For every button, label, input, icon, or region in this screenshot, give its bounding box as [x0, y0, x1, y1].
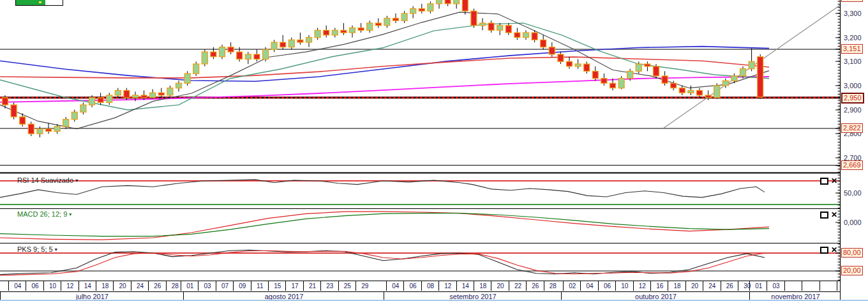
axis-tick-label: 3,000	[844, 82, 862, 89]
macd-indicator-label[interactable]: MACD 26; 12; 9 ▾	[17, 210, 71, 219]
candle-body	[176, 83, 182, 88]
candle-body	[71, 112, 77, 119]
candle-body	[184, 73, 190, 83]
panel-close-button[interactable]: ✕	[831, 247, 837, 253]
x-axis-day-cell: 29	[355, 281, 373, 291]
panel-close-button[interactable]: ✕	[831, 178, 837, 184]
price-level-label: 3,367	[841, 0, 863, 2]
x-axis-day-cell: 04	[580, 281, 598, 291]
panel-restore-button[interactable]	[820, 178, 828, 185]
rsi-panel-buttons: ✕	[820, 177, 837, 185]
candle-body	[505, 26, 511, 33]
price-level-label: 20,00	[841, 266, 863, 275]
candle-body	[54, 127, 60, 132]
x-axis-day-cell: 10	[615, 281, 633, 291]
candle-body	[627, 71, 633, 78]
dropdown-caret-icon[interactable]: ▾	[75, 178, 78, 183]
pks-d-line	[0, 251, 765, 275]
x-axis-day-cell: 14	[79, 281, 96, 291]
macd-line	[0, 212, 769, 240]
candle-body	[662, 76, 668, 83]
axis-tick-label: 3,100	[844, 58, 862, 65]
candle-body	[497, 26, 503, 31]
candle-body	[46, 129, 52, 132]
candle-body	[636, 64, 641, 71]
x-axis-day-cell: 11	[251, 281, 269, 291]
candle-body	[549, 47, 555, 54]
x-axis-day-cell: 10	[43, 281, 61, 291]
macd-title-text: MACD 26; 12; 9	[17, 210, 67, 218]
x-axis-day-cell: 18	[668, 281, 685, 291]
candle-body	[167, 88, 173, 95]
candle-body	[401, 13, 407, 20]
price-level-label: 3,151	[841, 44, 863, 54]
candle-body	[749, 61, 754, 68]
candle-body	[679, 88, 685, 93]
candle-body	[532, 33, 537, 40]
candle-body	[37, 129, 43, 134]
x-axis-day-cell: 26	[526, 281, 544, 291]
x-axis-day-cell: 07	[216, 281, 234, 291]
x-axis-day-cell: 03	[767, 281, 784, 291]
axis-tick-label: 2,900	[844, 106, 862, 114]
chart-canvas	[0, 0, 868, 301]
candle-body	[11, 105, 17, 117]
candle-body	[211, 52, 216, 57]
panel-restore-button[interactable]	[820, 212, 828, 219]
x-axis-day-cell: 18	[474, 281, 491, 291]
cut-off-toolbar-chip[interactable]	[15, 0, 63, 6]
candle-body	[445, 0, 451, 4]
candle-body	[193, 64, 199, 73]
x-axis-day-cell: 26	[721, 281, 738, 291]
candle-body	[567, 61, 572, 66]
candle-body	[150, 93, 156, 98]
candle-body	[758, 57, 763, 97]
x-axis-day-cell: 09	[233, 281, 251, 291]
price-level-label: 2,669	[841, 160, 863, 170]
x-axis-day-cell: 02	[563, 281, 581, 291]
candle-body	[315, 30, 320, 37]
pks-title-text: PKS 9; 5; 5	[17, 245, 53, 253]
x-axis-day-cell: 28	[544, 281, 562, 291]
candle-body	[263, 50, 269, 59]
candle-body	[384, 19, 390, 26]
x-axis-day-cell	[784, 281, 802, 291]
x-axis-day-cell: 06	[598, 281, 616, 291]
trading-chart-window: RSI 14 Suavizado ▾ MACD 26; 12; 9 ▾ PKS …	[0, 0, 868, 301]
candle-body	[63, 120, 69, 127]
candle-body	[645, 64, 650, 66]
rsi-indicator-label[interactable]: RSI 14 Suavizado ▾	[17, 176, 78, 185]
candle-body	[271, 42, 277, 49]
candle-body	[80, 105, 86, 112]
current-price-label: 2,950	[841, 93, 864, 104]
x-axis-day-cell: 23	[320, 281, 338, 291]
x-axis-right-border	[840, 281, 841, 300]
candle-body	[254, 54, 260, 59]
panel-restore-button[interactable]	[820, 247, 828, 254]
candle-body	[375, 23, 381, 26]
x-axis-day-cell: 04	[386, 281, 404, 291]
x-axis-day-cell: 04	[8, 281, 26, 291]
candle-body	[428, 4, 433, 11]
candle-body	[89, 98, 95, 105]
dropdown-caret-icon[interactable]: ▾	[55, 247, 57, 252]
rsi-line	[0, 180, 765, 197]
candle-body	[437, 0, 442, 4]
x-axis-day-cell: 24	[131, 281, 149, 291]
x-axis-day-cell: 18	[96, 281, 114, 291]
pks-indicator-label[interactable]: PKS 9; 5; 5 ▾	[17, 245, 57, 254]
candle-body	[115, 91, 121, 96]
candle-body	[731, 76, 737, 81]
x-axis-day-cell	[819, 281, 837, 291]
candle-body	[358, 28, 364, 31]
candle-body	[514, 33, 520, 38]
candle-body	[697, 91, 703, 96]
panel-close-button[interactable]: ✕	[831, 212, 837, 218]
x-axis-day-cell: 03	[198, 281, 216, 291]
x-axis-day-cell: 21	[303, 281, 321, 291]
candle-body	[367, 23, 373, 30]
dropdown-caret-icon[interactable]: ▾	[69, 212, 71, 217]
candle-body	[410, 9, 416, 14]
x-axis-day-cell: 08	[421, 281, 439, 291]
candle-body	[332, 30, 338, 35]
